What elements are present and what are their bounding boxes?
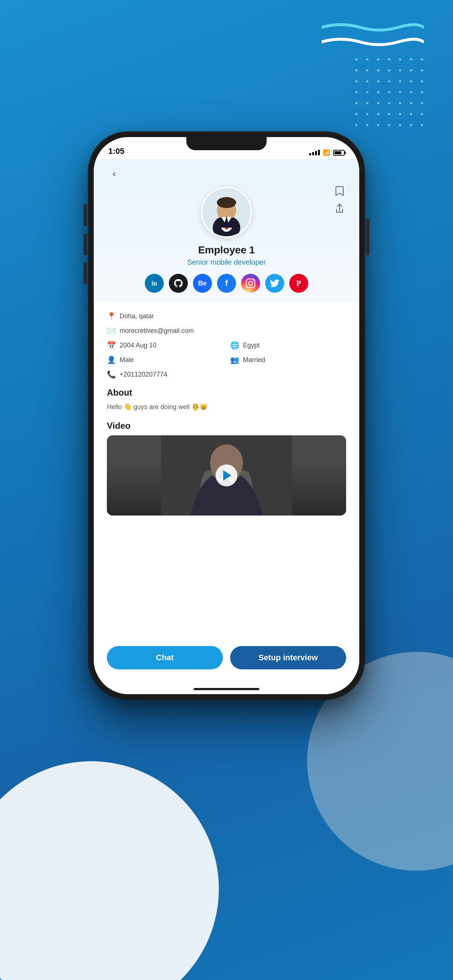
linkedin-icon[interactable]: in	[145, 274, 164, 293]
twitter-icon[interactable]	[265, 274, 284, 293]
play-button[interactable]	[215, 465, 238, 486]
phone-mockup: 1:05 📶 ‹	[88, 131, 365, 700]
profile-content: 📍 Doha, qatar ✉️ morecretives@gmail.com …	[94, 302, 359, 640]
gender-icon: 👤	[107, 355, 116, 364]
back-arrow-icon: ‹	[113, 168, 116, 180]
wifi-icon: 📶	[323, 149, 330, 156]
pinterest-icon[interactable]: P	[289, 274, 308, 293]
employee-title: Senior mobile developer	[187, 258, 266, 267]
setup-interview-button[interactable]: Setup interview	[230, 646, 346, 670]
action-bar: Chat Setup interview	[94, 640, 359, 684]
home-indicator	[94, 684, 359, 694]
dot-grid-decoration	[355, 58, 427, 130]
battery-icon	[333, 150, 345, 156]
marital-row: 👥 Married	[230, 355, 346, 364]
facebook-icon[interactable]: f	[217, 274, 236, 293]
email-icon: ✉️	[107, 326, 116, 335]
phone-screen: 1:05 📶 ‹	[94, 137, 359, 694]
chat-button[interactable]: Chat	[107, 646, 223, 670]
header-area: ‹	[94, 159, 359, 302]
email-text: morecretives@gmail.com	[120, 327, 194, 335]
email-row: ✉️ morecretives@gmail.com	[107, 326, 346, 335]
status-icons: 📶	[309, 149, 345, 156]
country-row: 🌐 Egypt	[230, 341, 346, 350]
location-text: Doha, qatar	[120, 312, 154, 320]
birthdate-text: 2004 Aug 10	[120, 342, 156, 349]
location-row: 📍 Doha, qatar	[107, 312, 346, 320]
bookmark-button[interactable]	[333, 185, 346, 197]
avatar	[201, 187, 252, 238]
marital-icon: 👥	[230, 355, 239, 364]
instagram-icon[interactable]	[241, 274, 260, 293]
marital-text: Married	[243, 356, 265, 364]
phone-shell: 1:05 📶 ‹	[88, 131, 365, 700]
play-icon	[223, 470, 231, 480]
social-links-row: in Be f	[145, 274, 308, 293]
phone-icon: 📞	[107, 370, 116, 379]
share-button[interactable]	[333, 202, 346, 215]
status-time: 1:05	[108, 146, 124, 156]
employee-name: Employee 1	[198, 244, 255, 256]
gender-row: 👤 Male	[107, 355, 223, 364]
home-bar	[194, 688, 259, 690]
blob-decoration-left	[0, 761, 219, 980]
birthdate-row: 📅 2004 Aug 10	[107, 341, 223, 350]
avatar-section: Employee 1 Senior mobile developer in	[107, 181, 346, 302]
about-text: Hello 👋 guys are doing well 🤴😸	[107, 402, 346, 412]
location-icon: 📍	[107, 312, 116, 320]
gender-text: Male	[120, 356, 134, 364]
avatar-actions	[333, 185, 346, 215]
about-section-title: About	[107, 388, 346, 398]
svg-point-5	[217, 197, 236, 208]
wave-decoration	[322, 22, 424, 49]
country-text: Egypt	[243, 342, 260, 349]
behance-icon[interactable]: Be	[193, 274, 212, 293]
phone-text: +201120207774	[120, 371, 167, 379]
info-grid: 📅 2004 Aug 10 🌐 Egypt 👤 Male 👥 Married	[107, 341, 346, 364]
globe-icon: 🌐	[230, 341, 239, 350]
back-button[interactable]: ‹	[107, 166, 121, 181]
signal-icon	[309, 150, 320, 155]
github-icon[interactable]	[169, 274, 188, 293]
video-section-title: Video	[107, 421, 346, 431]
phone-row: 📞 +201120207774	[107, 370, 346, 379]
calendar-icon: 📅	[107, 341, 116, 350]
video-thumbnail[interactable]	[107, 435, 346, 515]
phone-notch	[187, 137, 266, 150]
